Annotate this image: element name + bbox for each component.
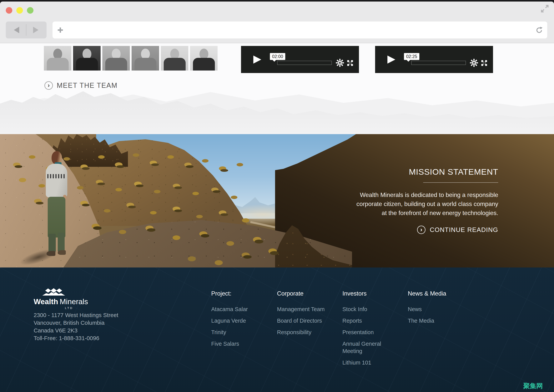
video-duration-tooltip: 02:25 <box>404 53 419 60</box>
meet-the-team-link[interactable]: › MEET THE TEAM <box>44 81 117 90</box>
address-line: 2300 - 1177 West Hastings Street <box>34 311 118 319</box>
mission-line: Wealth Minerals is dedicated to being a … <box>306 190 498 199</box>
footer-column-news-media: News & Media News The Media <box>408 290 485 329</box>
footer-link-presentation[interactable]: Presentation <box>342 329 385 336</box>
portrait-silhouette <box>83 49 91 59</box>
screen: › MEET THE TEAM 02:00 02:25 <box>0 0 554 392</box>
footer-link-lithium-101[interactable]: Lithium 101 <box>342 359 385 366</box>
footer-column-corporate: Corporate Management Team Board of Direc… <box>277 290 338 340</box>
window-controls <box>6 7 34 14</box>
portrait-shoulders <box>135 58 156 70</box>
person-leg <box>58 233 65 252</box>
footer-logo[interactable]: WealthMinerals LTD <box>34 288 82 309</box>
team-photo[interactable] <box>190 46 217 70</box>
mountains-logo-icon <box>42 288 65 296</box>
mission-line: corporate citizen, building out a world … <box>306 199 498 209</box>
portrait-silhouette <box>112 49 121 59</box>
mission-line: at the forefront of new energy technolog… <box>306 209 498 217</box>
footer-address: 2300 - 1177 West Hastings Street Vancouv… <box>34 311 118 342</box>
settings-gear-icon[interactable] <box>470 59 478 68</box>
video-player[interactable]: 02:25 <box>375 46 493 73</box>
site-footer: WealthMinerals LTD 2300 - 1177 West Hast… <box>0 267 554 392</box>
footer-link-board-of-directors[interactable]: Board of Directors <box>277 317 338 324</box>
footer-link-five-salars[interactable]: Five Salars <box>211 340 265 347</box>
play-icon[interactable] <box>253 56 261 64</box>
browser-toolbar <box>0 1 554 43</box>
chevron-circle-icon: › <box>44 81 53 90</box>
video-duration: 02:25 <box>406 54 417 59</box>
person-sweater-pattern <box>47 174 66 178</box>
address-line: Canada V6E 2K3 <box>34 327 118 334</box>
portrait-silhouette <box>170 49 179 59</box>
person-sweater <box>46 164 67 197</box>
chevron-right-icon: › <box>48 82 50 88</box>
standing-person <box>43 151 71 260</box>
footer-column-header: Corporate <box>277 290 338 297</box>
person-pants <box>48 197 65 238</box>
video-progress-bar[interactable] <box>277 61 332 65</box>
footer-link-news[interactable]: News <box>408 306 485 313</box>
mission-statement-text: Wealth Minerals is dedicated to being a … <box>306 190 498 217</box>
logo-word-light: Minerals <box>60 297 88 306</box>
portrait-silhouette <box>200 49 208 59</box>
portrait-silhouette <box>53 49 62 59</box>
person-leg <box>49 234 56 252</box>
footer-column-project: Project: Atacama Salar Laguna Verde Trin… <box>211 290 265 352</box>
team-photo[interactable] <box>161 46 188 70</box>
portrait-shoulders <box>193 58 215 70</box>
portrait-shoulders <box>105 58 127 70</box>
continue-reading-link[interactable]: › CONTINUE READING <box>306 226 498 234</box>
meet-the-team-label: MEET THE TEAM <box>57 82 117 90</box>
play-icon[interactable] <box>388 56 395 64</box>
url-bar[interactable] <box>52 21 547 38</box>
fullscreen-icon[interactable] <box>481 60 488 67</box>
footer-column-header: Investors <box>342 290 385 297</box>
footer-link-annual-general-meeting[interactable]: Annual General Meeting <box>342 340 385 355</box>
mission-statement-title: MISSION STATEMENT <box>306 167 498 177</box>
site-watermark: 聚集网 <box>523 382 543 391</box>
continue-reading-label: CONTINUE READING <box>430 226 498 233</box>
expand-window-icon[interactable] <box>540 4 549 14</box>
forward-button[interactable] <box>33 27 38 33</box>
team-photo[interactable] <box>73 46 101 70</box>
video-player[interactable]: 02:00 <box>241 46 359 73</box>
address-line: Toll-Free: 1-888-331-0096 <box>34 334 118 342</box>
address-line: Vancouver, British Columbia <box>34 319 118 327</box>
person-boot <box>58 250 66 255</box>
logo-word-bold: Wealth <box>34 297 58 306</box>
footer-link-stock-info[interactable]: Stock Info <box>342 306 385 313</box>
close-window-button[interactable] <box>6 7 12 14</box>
chevron-circle-icon: › <box>417 226 425 234</box>
footer-logo-suffix: LTD <box>34 306 82 309</box>
portrait-shoulders <box>76 58 98 70</box>
person-boot <box>47 251 55 256</box>
settings-gear-icon[interactable] <box>336 59 344 68</box>
new-tab-icon[interactable] <box>57 27 64 34</box>
portrait-silhouette <box>141 49 150 59</box>
footer-link-management-team[interactable]: Management Team <box>277 306 338 313</box>
nav-button-group <box>6 21 47 38</box>
video-duration: 02:00 <box>272 54 283 59</box>
footer-link-atacama-salar[interactable]: Atacama Salar <box>211 306 265 313</box>
hero-grass-shadows <box>0 134 8 137</box>
zoom-window-button[interactable] <box>27 7 34 14</box>
portrait-shoulders <box>47 58 69 70</box>
minimize-window-button[interactable] <box>16 7 23 14</box>
footer-link-the-media[interactable]: The Media <box>408 317 485 324</box>
footer-column-header: Project: <box>211 290 265 297</box>
team-photo[interactable] <box>132 46 159 70</box>
footer-link-reports[interactable]: Reports <box>342 317 385 324</box>
reload-icon[interactable] <box>535 26 543 35</box>
footer-link-responsibility[interactable]: Responsibility <box>277 329 338 336</box>
video-progress-bar[interactable] <box>411 61 466 65</box>
toolbar-divider <box>26 24 26 36</box>
back-button[interactable] <box>14 27 19 33</box>
footer-link-laguna-verde[interactable]: Laguna Verde <box>211 317 265 324</box>
portrait-shoulders <box>164 58 186 70</box>
mission-statement-block: MISSION STATEMENT Wealth Minerals is ded… <box>306 167 498 234</box>
fullscreen-icon[interactable] <box>347 60 353 67</box>
team-photo[interactable] <box>44 46 71 70</box>
footer-link-trinity[interactable]: Trinity <box>211 329 265 336</box>
team-photo[interactable] <box>102 46 130 70</box>
hero-image: MISSION STATEMENT Wealth Minerals is ded… <box>0 134 554 267</box>
